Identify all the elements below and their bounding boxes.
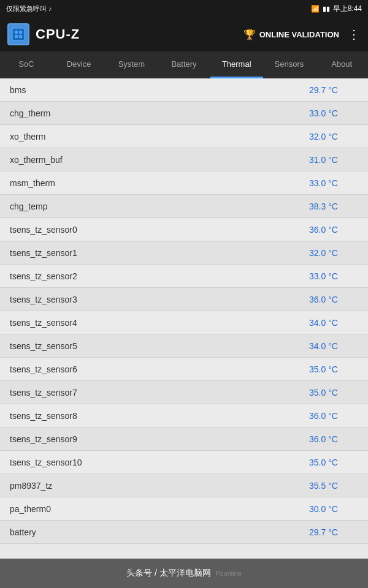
footer-watermark: 头条号 / 太平洋电脑网 Pconline (0, 559, 368, 588)
app-title: CPU-Z (36, 26, 80, 42)
row-value: 36.0 °C (309, 411, 358, 421)
svg-rect-4 (19, 35, 22, 38)
app-logo-icon (7, 23, 29, 45)
table-row: chg_therm33.0 °C (0, 102, 368, 125)
table-row: msm_therm33.0 °C (0, 172, 368, 195)
row-value: 33.0 °C (309, 108, 358, 118)
table-row: tsens_tz_sensor635.0 °C (0, 358, 368, 381)
row-label: pa_therm0 (10, 504, 309, 514)
row-label: xo_therm_buf (10, 155, 309, 165)
row-label: tsens_tz_sensor9 (10, 434, 309, 444)
table-row: tsens_tz_sensor836.0 °C (0, 404, 368, 428)
battery-icon: ▮▮ (323, 5, 330, 13)
row-value: 35.0 °C (309, 364, 358, 374)
row-value: 29.7 °C (309, 85, 358, 95)
row-value: 35.0 °C (309, 458, 358, 467)
row-label: bms (10, 85, 309, 95)
row-value: 31.0 °C (309, 155, 358, 165)
status-right-icons: 📶 ▮▮ 早上8:44 (311, 4, 362, 14)
row-value: 29.7 °C (309, 527, 358, 537)
wifi-icon: 📶 (311, 5, 320, 13)
svg-rect-0 (12, 28, 25, 40)
tab-thermal[interactable]: Thermal (210, 51, 263, 78)
row-value: 35.0 °C (309, 388, 358, 398)
footer-text: 头条号 / 太平洋电脑网 (126, 568, 211, 579)
row-label: battery (10, 527, 309, 537)
tab-system[interactable]: System (105, 51, 158, 78)
row-label: tsens_tz_sensor0 (10, 225, 309, 235)
svg-rect-1 (15, 31, 18, 34)
row-value: 36.0 °C (309, 225, 358, 235)
table-row: tsens_tz_sensor534.0 °C (0, 334, 368, 358)
online-validation-label: ONLINE VALIDATION (259, 30, 339, 39)
app-bar-left: CPU-Z (7, 23, 80, 45)
row-value: 32.0 °C (309, 248, 358, 258)
table-row: tsens_tz_sensor1035.0 °C (0, 451, 368, 474)
svg-rect-3 (15, 35, 18, 38)
row-value: 36.0 °C (309, 295, 358, 304)
table-row: tsens_tz_sensor336.0 °C (0, 288, 368, 311)
svg-rect-2 (19, 31, 22, 34)
table-row: tsens_tz_sensor036.0 °C (0, 218, 368, 241)
table-row: tsens_tz_sensor434.0 °C (0, 311, 368, 334)
row-label: tsens_tz_sensor2 (10, 271, 309, 281)
tab-soc[interactable]: SoC (0, 51, 53, 78)
row-value: 33.0 °C (309, 271, 358, 281)
status-emergency-text: 仅限紧急呼叫 ♪ (6, 4, 52, 13)
row-value: 35.5 °C (309, 481, 358, 491)
status-time: 早上8:44 (333, 4, 362, 14)
table-row: tsens_tz_sensor735.0 °C (0, 381, 368, 404)
tab-bar: SoCDeviceSystemBatteryThermalSensorsAbou… (0, 51, 368, 78)
overflow-menu-button[interactable]: ⋮ (348, 27, 361, 42)
row-label: pm8937_tz (10, 481, 309, 491)
tab-sensors[interactable]: Sensors (263, 51, 316, 78)
table-row: tsens_tz_sensor233.0 °C (0, 265, 368, 288)
table-row: bms29.7 °C (0, 78, 368, 102)
trophy-icon: 🏆 (243, 29, 256, 40)
row-label: tsens_tz_sensor3 (10, 295, 309, 304)
footer-logo: Pconline (216, 570, 242, 577)
row-value: 34.0 °C (309, 341, 358, 351)
row-label: tsens_tz_sensor10 (10, 458, 309, 467)
row-label: xo_therm (10, 132, 309, 141)
table-row: pm8937_tz35.5 °C (0, 474, 368, 497)
table-row: xo_therm32.0 °C (0, 125, 368, 148)
table-row: chg_temp38.3 °C (0, 195, 368, 218)
tab-device[interactable]: Device (53, 51, 105, 78)
online-validation-button[interactable]: 🏆 ONLINE VALIDATION (243, 29, 339, 40)
row-value: 33.0 °C (309, 178, 358, 188)
row-value: 30.0 °C (309, 504, 358, 514)
row-value: 36.0 °C (309, 434, 358, 444)
tab-battery[interactable]: Battery (158, 51, 210, 78)
table-row: tsens_tz_sensor936.0 °C (0, 428, 368, 451)
row-label: tsens_tz_sensor7 (10, 388, 309, 398)
row-label: tsens_tz_sensor5 (10, 341, 309, 351)
table-row: xo_therm_buf31.0 °C (0, 148, 368, 172)
row-value: 32.0 °C (309, 132, 358, 141)
thermal-table: bms29.7 °Cchg_therm33.0 °Cxo_therm32.0 °… (0, 78, 368, 544)
status-bar: 仅限紧急呼叫 ♪ 📶 ▮▮ 早上8:44 (0, 0, 368, 17)
row-label: msm_therm (10, 178, 309, 188)
app-bar-right: 🏆 ONLINE VALIDATION ⋮ (243, 27, 361, 42)
tab-about[interactable]: About (315, 51, 368, 78)
row-label: tsens_tz_sensor8 (10, 411, 309, 421)
row-label: tsens_tz_sensor4 (10, 318, 309, 328)
app-bar: CPU-Z 🏆 ONLINE VALIDATION ⋮ (0, 17, 368, 51)
thermal-content: bms29.7 °Cchg_therm33.0 °Cxo_therm32.0 °… (0, 78, 368, 544)
row-label: chg_temp (10, 202, 309, 211)
row-label: chg_therm (10, 108, 309, 118)
row-label: tsens_tz_sensor1 (10, 248, 309, 258)
row-value: 34.0 °C (309, 318, 358, 328)
table-row: battery29.7 °C (0, 521, 368, 544)
table-row: tsens_tz_sensor132.0 °C (0, 241, 368, 265)
row-value: 38.3 °C (309, 202, 358, 211)
row-label: tsens_tz_sensor6 (10, 364, 309, 374)
table-row: pa_therm030.0 °C (0, 497, 368, 521)
